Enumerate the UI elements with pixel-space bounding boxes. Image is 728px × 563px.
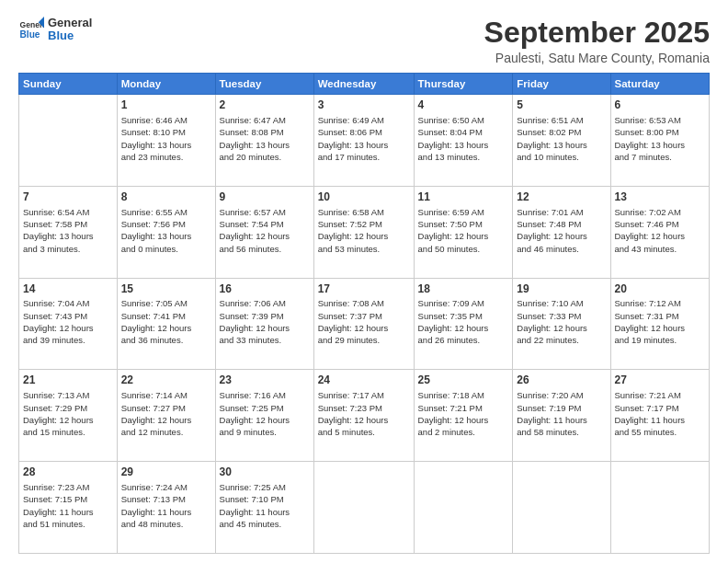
table-row: 16Sunrise: 7:06 AMSunset: 7:39 PMDayligh… [215,278,313,370]
table-row: 17Sunrise: 7:08 AMSunset: 7:37 PMDayligh… [313,278,414,370]
day-info: Sunrise: 7:20 AM [517,389,606,401]
table-row [414,462,513,554]
day-info: Daylight: 13 hours [121,230,211,242]
table-row: 1Sunrise: 6:46 AMSunset: 8:10 PMDaylight… [117,95,215,187]
day-info: Sunrise: 6:49 AM [318,114,410,126]
day-info: and 43 minutes. [615,243,706,255]
day-info: Sunrise: 6:50 AM [418,114,509,126]
day-info: Daylight: 12 hours [121,414,211,426]
day-info: Sunrise: 6:59 AM [418,206,509,218]
day-number: 17 [318,282,410,297]
table-row: 10Sunrise: 6:58 AMSunset: 7:52 PMDayligh… [313,186,414,278]
day-info: Sunset: 8:04 PM [418,126,509,138]
day-number: 23 [220,373,310,388]
calendar-week-2: 7Sunrise: 6:54 AMSunset: 7:58 PMDaylight… [19,186,710,278]
logo-general: General [48,17,92,29]
day-info: and 23 minutes. [121,151,211,163]
day-info: and 0 minutes. [121,243,211,255]
day-number: 29 [121,465,211,480]
subtitle: Paulesti, Satu Mare County, Romania [484,51,710,65]
day-info: and 58 minutes. [517,426,606,438]
day-info: Sunset: 7:27 PM [121,402,211,414]
table-row: 15Sunrise: 7:05 AMSunset: 7:41 PMDayligh… [117,278,215,370]
day-number: 5 [517,98,606,113]
day-info: Sunset: 7:23 PM [318,402,410,414]
table-row: 11Sunrise: 6:59 AMSunset: 7:50 PMDayligh… [414,186,513,278]
day-number: 18 [418,282,509,297]
day-info: Daylight: 12 hours [318,322,410,334]
day-info: Sunset: 7:13 PM [121,493,211,505]
day-info: Sunset: 7:41 PM [121,310,211,322]
calendar-table: Sunday Monday Tuesday Wednesday Thursday… [18,73,710,554]
day-info: and 3 minutes. [23,243,113,255]
day-number: 16 [220,282,310,297]
logo-icon: General Blue [18,17,44,42]
day-info: Sunrise: 6:46 AM [121,114,211,126]
day-info: and 29 minutes. [318,334,410,346]
table-row: 28Sunrise: 7:23 AMSunset: 7:15 PMDayligh… [19,462,118,554]
day-info: Sunrise: 7:13 AM [23,389,113,401]
day-number: 7 [23,190,113,205]
day-info: and 13 minutes. [418,151,509,163]
day-info: Sunset: 7:25 PM [220,402,310,414]
table-row: 14Sunrise: 7:04 AMSunset: 7:43 PMDayligh… [19,278,118,370]
day-info: and 39 minutes. [23,334,113,346]
day-number: 30 [220,465,310,480]
day-info: Sunrise: 7:14 AM [121,389,211,401]
day-info: Sunrise: 6:55 AM [121,206,211,218]
day-info: Daylight: 12 hours [318,414,410,426]
table-row: 24Sunrise: 7:17 AMSunset: 7:23 PMDayligh… [313,370,414,462]
col-saturday: Saturday [610,74,710,95]
day-info: Sunrise: 7:02 AM [615,206,706,218]
day-number: 10 [318,190,410,205]
day-info: Sunrise: 7:16 AM [220,389,310,401]
col-thursday: Thursday [414,74,513,95]
table-row: 30Sunrise: 7:25 AMSunset: 7:10 PMDayligh… [215,462,313,554]
day-info: Daylight: 12 hours [517,230,606,242]
day-info: and 15 minutes. [23,426,113,438]
table-row: 8Sunrise: 6:55 AMSunset: 7:56 PMDaylight… [117,186,215,278]
col-friday: Friday [513,74,610,95]
day-number: 4 [418,98,509,113]
day-info: Sunset: 7:43 PM [23,310,113,322]
day-info: Daylight: 11 hours [615,414,706,426]
day-info: Sunset: 7:56 PM [121,218,211,230]
day-info: Daylight: 11 hours [121,506,211,518]
day-info: and 20 minutes. [220,151,310,163]
day-number: 28 [23,465,113,480]
day-info: and 53 minutes. [318,243,410,255]
calendar-header-row: Sunday Monday Tuesday Wednesday Thursday… [19,74,710,95]
title-block: September 2025 Paulesti, Satu Mare Count… [484,17,710,65]
day-info: Sunrise: 7:04 AM [23,297,113,309]
day-info: Sunrise: 7:06 AM [220,297,310,309]
day-info: Sunset: 7:15 PM [23,493,113,505]
day-info: Sunrise: 7:18 AM [418,389,509,401]
day-info: Sunset: 8:10 PM [121,126,211,138]
table-row: 5Sunrise: 6:51 AMSunset: 8:02 PMDaylight… [513,95,610,187]
day-info: Daylight: 12 hours [418,322,509,334]
calendar-week-3: 14Sunrise: 7:04 AMSunset: 7:43 PMDayligh… [19,278,710,370]
day-info: Daylight: 12 hours [517,322,606,334]
table-row: 21Sunrise: 7:13 AMSunset: 7:29 PMDayligh… [19,370,118,462]
day-number: 13 [615,190,706,205]
table-row: 9Sunrise: 6:57 AMSunset: 7:54 PMDaylight… [215,186,313,278]
day-number: 25 [418,373,509,388]
day-info: Sunset: 8:02 PM [517,126,606,138]
day-info: Daylight: 13 hours [220,139,310,151]
day-info: Sunset: 8:00 PM [615,126,706,138]
day-info: Sunrise: 6:53 AM [615,114,706,126]
day-info: Daylight: 11 hours [220,506,310,518]
table-row: 18Sunrise: 7:09 AMSunset: 7:35 PMDayligh… [414,278,513,370]
day-info: Sunset: 7:10 PM [220,493,310,505]
day-info: and 50 minutes. [418,243,509,255]
day-number: 2 [220,98,310,113]
table-row: 6Sunrise: 6:53 AMSunset: 8:00 PMDaylight… [610,95,710,187]
day-info: and 22 minutes. [517,334,606,346]
day-info: Sunrise: 7:05 AM [121,297,211,309]
day-info: Daylight: 13 hours [121,139,211,151]
table-row: 12Sunrise: 7:01 AMSunset: 7:48 PMDayligh… [513,186,610,278]
table-row [313,462,414,554]
logo-blue: Blue [48,29,92,42]
day-info: Sunrise: 6:47 AM [220,114,310,126]
day-info: Daylight: 12 hours [615,230,706,242]
